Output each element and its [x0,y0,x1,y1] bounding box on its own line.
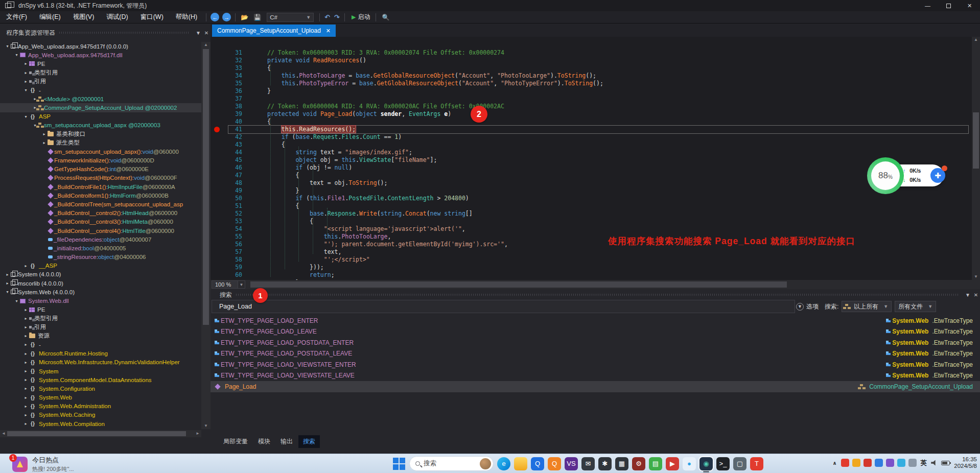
tree-item[interactable]: ▸{}- [0,340,201,349]
navigate-forward-button[interactable]: → [222,13,231,21]
collapsed-chevron-icon[interactable]: ▸ [41,132,48,136]
editor-vertical-scrollbar[interactable]: ▲ ▼ [972,37,980,280]
collapsed-chevron-icon[interactable]: ▸ [22,264,29,268]
collapsed-chevron-icon[interactable]: ▸ [22,404,29,409]
tray-purple-app[interactable] [886,459,894,467]
collapsed-chevron-icon[interactable]: ▸ [22,61,29,66]
language-combobox[interactable]: C#▼ [267,13,314,22]
collapsed-chevron-icon[interactable]: ▸ [22,342,29,347]
tree-item[interactable]: ▸{}__ASP [0,262,201,270]
expanded-chevron-icon[interactable]: ▾ [13,53,20,57]
taskbar-icon-file-explorer[interactable] [514,457,527,470]
tab-close-icon[interactable]: ✕ [326,28,331,34]
taskbar-icon-browser-ball-app[interactable]: ● [683,457,696,470]
tree-item[interactable]: ▸{}Microsoft.Runtime.Hosting [0,349,201,358]
scroll-down-icon[interactable]: ▼ [201,423,211,429]
tree-item[interactable]: _BuildControl__control4() : HtmlTitle @0… [0,226,201,235]
collapsed-chevron-icon[interactable]: ▸ [22,369,29,373]
search-icon[interactable]: 🔍 [382,14,389,21]
scroll-down-icon[interactable]: ▼ [972,274,980,280]
search-input[interactable]: Page_Load [212,300,795,313]
collapsed-chevron-icon[interactable]: ▸ [22,308,29,312]
tree-item[interactable]: ▸资源 [0,332,201,340]
collapsed-chevron-icon[interactable]: ▸ [22,377,29,382]
collapsed-chevron-icon[interactable]: ▸ [22,351,29,356]
tray-crimson-app[interactable] [864,459,872,467]
search-result-row[interactable]: Page_LoadCommonPage_SetupAccount_Upload [211,381,980,392]
open-file-icon[interactable]: 📂 [241,14,248,21]
bottom-tab-输出[interactable]: 输出 [276,435,297,448]
taskbar-icon-mail-app[interactable]: ✉ [581,457,595,470]
document-tab[interactable]: CommonPage_SetupAccount_Upload ✕ [212,25,336,37]
tree-item[interactable]: ▸System (4.0.0.0) [0,270,201,279]
input-language-indicator[interactable]: 英 [921,459,927,467]
tree-item[interactable]: ▸PE [0,59,201,68]
tree-item[interactable]: _initialized : bool @04000005 [0,244,201,252]
editor-scrollbar-thumb[interactable] [973,112,979,169]
scroll-up-icon[interactable]: ▲ [201,42,211,48]
taskbar-icon-settings-app[interactable]: ⚙ [632,457,645,470]
tree-item[interactable]: _BuildControl__control2() : HtmlHead @06… [0,209,201,218]
tree-item[interactable]: ProcessRequest(HttpContext) : void @0600… [0,174,201,182]
tree-item[interactable]: ▾App_Web_upload.aspx.9475d17f (0.0.0.0) [0,42,201,51]
menu-item-窗口(W)[interactable]: 窗口(W) [134,13,170,21]
expanded-chevron-icon[interactable]: ▾ [32,123,38,128]
start-button[interactable] [392,457,406,470]
tree-item[interactable]: ▸{}Microsoft.Web.Infrastructure.DynamicV… [0,358,201,367]
tree-scrollbar-thumb[interactable] [203,49,209,325]
tree-item[interactable]: FrameworkInitialize() : void @0600000D [0,156,201,164]
news-toast[interactable]: 1 今日热点 热搜! 200多吨"... [12,456,74,473]
tree-item[interactable]: _stringResource : object @04000006 [0,253,201,262]
tree-item[interactable]: ▸类型引用 [0,314,201,323]
expanded-chevron-icon[interactable]: ▾ [4,44,11,49]
tree-item[interactable]: ▾sm_setupaccount_upload_aspx @02000003 [0,121,201,130]
tree-item[interactable]: ▸<Module> @02000001 [0,94,201,103]
tree-item[interactable]: ▸CommonPage_SetupAccount_Upload @0200000… [0,103,201,112]
menu-item-文件(F)[interactable]: 文件(F) [0,13,33,21]
collapsed-chevron-icon[interactable]: ▸ [22,421,29,426]
options-chevron-icon[interactable]: ▼ [796,303,804,311]
tree-item[interactable]: ▸{}System.Configuration [0,384,201,393]
scroll-left-icon[interactable]: ◄ [0,430,7,437]
tree-item[interactable]: ▾System.Web (4.0.0.0) [0,288,201,296]
collapsed-chevron-icon[interactable]: ▸ [22,386,29,391]
tree-item[interactable]: sm_setupaccount_upload_aspx() : void @06… [0,147,201,156]
collapsed-chevron-icon[interactable]: ▸ [22,360,29,365]
collapsed-chevron-icon[interactable]: ▸ [22,316,29,321]
taskbar-search-box[interactable]: 搜索 [409,456,494,471]
tray-cyan-app[interactable] [897,459,905,467]
tree-item[interactable]: ▸{}System.Web [0,393,201,402]
maximize-button[interactable] [938,0,959,11]
collapsed-chevron-icon[interactable]: ▸ [22,79,29,84]
taskbar-clock[interactable]: 16:35 2024/5/8 [954,456,977,469]
collapsed-chevron-icon[interactable]: ▸ [41,140,48,145]
start-debug-icon[interactable]: ▶ [352,14,356,20]
taskbar-icon-notes-app[interactable]: ▤ [649,457,662,470]
collapsed-chevron-icon[interactable]: ▸ [22,70,29,75]
bottom-tab-搜索[interactable]: 搜索 [298,435,320,448]
taskbar-icon-edge-browser[interactable]: e [497,457,510,470]
collapsed-chevron-icon[interactable]: ▸ [4,272,11,277]
panel-close-button[interactable]: ✕ [972,292,980,298]
search-result-row[interactable]: ETW_TYPE_PAGE_LOAD_LEAVESystem.Web.EtwTr… [211,326,980,338]
taskbar-icon-bug-app[interactable]: ✱ [598,457,612,470]
tree-item[interactable]: ▾{}- [0,86,201,94]
expanded-chevron-icon[interactable]: ▾ [13,299,20,303]
taskbar-icon-dnspy[interactable]: ◉ [699,457,713,470]
collapsed-chevron-icon[interactable]: ▸ [4,281,11,286]
scroll-up-icon[interactable]: ▲ [972,37,980,43]
search-result-row[interactable]: ETW_TYPE_PAGE_LOAD_POSTDATA_ENTERSystem.… [211,337,980,348]
battery-icon[interactable] [941,461,950,465]
tree-item[interactable]: ▸引用 [0,77,201,86]
search-result-row[interactable]: ETW_TYPE_PAGE_LOAD_ENTERSystem.Web.EtwTr… [211,315,980,326]
collapsed-chevron-icon[interactable]: ▸ [22,325,29,329]
redo-button[interactable]: ↷ [334,13,340,21]
taskbar-icon-vm-app[interactable]: ▢ [733,457,746,470]
options-label[interactable]: 选项 [806,302,819,311]
expanded-chevron-icon[interactable]: ▾ [4,290,11,294]
tree-hscrollbar-thumb[interactable] [7,431,186,436]
tree-item[interactable]: _BuildControlFile1() : HtmlInputFile @06… [0,182,201,191]
menu-item-视图(V)[interactable]: 视图(V) [67,13,101,21]
menu-item-调试(D)[interactable]: 调试(D) [100,13,134,21]
tree-item[interactable]: ▸引用 [0,323,201,332]
